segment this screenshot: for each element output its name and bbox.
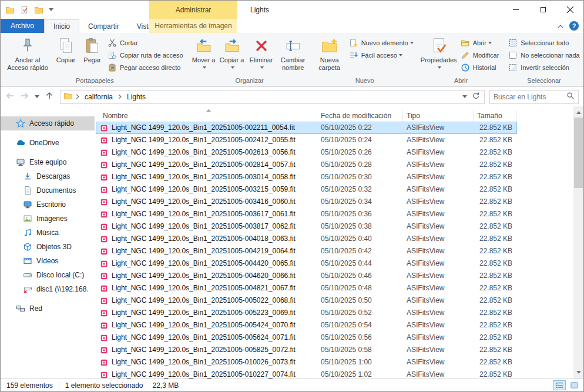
file-row[interactable]: Light_NGC 1499_120.0s_Bin1_20251005-0054…: [96, 319, 517, 331]
file-type: ASIFitsView: [403, 307, 474, 319]
sidebar-item-acceso-r-pido[interactable]: Acceso rápido: [1, 116, 95, 130]
file-row[interactable]: Light_NGC 1499_120.0s_Bin1_20251005-0050…: [96, 294, 517, 307]
new-folder-label: Nueva carpeta: [314, 56, 345, 72]
tab-inicio[interactable]: Inicio: [44, 19, 79, 33]
delete-button[interactable]: Eliminar: [247, 35, 276, 73]
sidebar-item-disco-local-c[interactable]: Disco local (C:): [1, 268, 95, 282]
sidebar-item-im-genes[interactable]: Imágenes: [1, 212, 95, 226]
sidebar-item-m-sica[interactable]: Música: [1, 226, 95, 240]
paste-button[interactable]: Pegar: [80, 35, 104, 65]
open-button[interactable]: Abrir: [458, 37, 502, 49]
sidebar-item-label: Descargas: [36, 172, 70, 180]
file-row[interactable]: Light_NGC 1499_120.0s_Bin1_20251005-0034…: [96, 196, 517, 208]
file-row[interactable]: Light_NGC 1499_120.0s_Bin1_20251005-0056…: [96, 331, 517, 344]
file-row[interactable]: Light_NGC 1499_120.0s_Bin1_20251005-0022…: [96, 122, 517, 134]
sidebar-item-este-equipo[interactable]: Este equipo: [1, 155, 95, 169]
new-item-button[interactable]: Nuevo elemento: [347, 37, 416, 49]
scissors-icon: [108, 38, 117, 48]
properties-button[interactable]: Propiedades: [421, 35, 457, 73]
file-row[interactable]: Light_NGC 1499_120.0s_Bin1_20251005-0024…: [96, 134, 517, 146]
pin-to-quick-access-button[interactable]: Anclar al Acceso rápido: [4, 35, 51, 73]
up-button[interactable]: [45, 91, 54, 102]
breadcrumb-item-california[interactable]: california: [82, 93, 115, 101]
edit-button[interactable]: Modificar: [458, 49, 502, 61]
file-size: 22.852 KB: [474, 208, 517, 220]
sidebar-item-documentos[interactable]: Documentos: [1, 183, 95, 197]
recent-locations-icon[interactable]: [35, 95, 39, 100]
maximize-button[interactable]: [529, 1, 556, 19]
details-view-button[interactable]: [553, 380, 566, 390]
qat-new-folder-icon[interactable]: [34, 5, 43, 15]
sidebar-item-descargas[interactable]: Descargas: [1, 169, 95, 183]
address-field[interactable]: california Lights: [60, 90, 485, 104]
window-folder-icon: [5, 5, 15, 15]
file-row[interactable]: Light_NGC 1499_120.0s_Bin1_20251005-0100…: [96, 356, 517, 368]
file-row[interactable]: Light_NGC 1499_120.0s_Bin1_20251005-0042…: [96, 245, 517, 257]
tab-compartir[interactable]: Compartir: [79, 19, 128, 33]
file-row[interactable]: Light_NGC 1499_120.0s_Bin1_20251005-0026…: [96, 146, 517, 159]
refresh-icon[interactable]: [472, 92, 480, 102]
select-none-button[interactable]: No seleccionar nada: [506, 49, 582, 61]
scroll-up-icon[interactable]: [573, 106, 583, 116]
file-row[interactable]: Light_NGC 1499_120.0s_Bin1_20251005-0038…: [96, 220, 517, 233]
help-icon[interactable]: ?: [569, 21, 579, 31]
close-button[interactable]: [556, 1, 583, 19]
sidebar-item-objetos-3d[interactable]: Objetos 3D: [1, 240, 95, 254]
file-row[interactable]: Light_NGC 1499_120.0s_Bin1_20251005-0102…: [96, 368, 517, 378]
qat-properties-icon[interactable]: [20, 5, 29, 14]
file-row[interactable]: Light_NGC 1499_120.0s_Bin1_20251005-0046…: [96, 270, 517, 282]
forward-button[interactable]: [20, 91, 29, 102]
file-row[interactable]: Light_NGC 1499_120.0s_Bin1_20251005-0032…: [96, 183, 517, 196]
file-row[interactable]: Light_NGC 1499_120.0s_Bin1_20251005-0052…: [96, 307, 517, 319]
customize-quick-access-icon[interactable]: [49, 8, 53, 14]
context-tab-administrar[interactable]: Administrar: [149, 1, 237, 19]
file-row[interactable]: Light_NGC 1499_120.0s_Bin1_20251005-0044…: [96, 257, 517, 270]
file-row[interactable]: Light_NGC 1499_120.0s_Bin1_20251005-0030…: [96, 171, 517, 183]
back-button[interactable]: [5, 91, 15, 102]
minimize-icon: [513, 9, 519, 10]
file-row[interactable]: Light_NGC 1499_120.0s_Bin1_20251005-0036…: [96, 208, 517, 220]
address-dropdown-icon[interactable]: [462, 95, 467, 100]
sidebar-item-onedrive[interactable]: OneDrive: [1, 136, 95, 150]
sidebar-item-escritorio[interactable]: Escritorio: [1, 197, 95, 212]
rename-button[interactable]: Cambiar nombre: [277, 35, 309, 73]
breadcrumb-item-lights[interactable]: Lights: [125, 93, 148, 101]
search-icon[interactable]: [566, 92, 575, 102]
column-header-name[interactable]: Nombre: [96, 110, 317, 122]
file-row[interactable]: Light_NGC 1499_120.0s_Bin1_20251005-0058…: [96, 344, 517, 356]
copy-to-button[interactable]: Copiar a: [219, 35, 246, 73]
vertical-scrollbar[interactable]: [573, 106, 583, 378]
sidebar-item-disc1-192-168[interactable]: disc1 (\\192.168.: [1, 282, 95, 296]
copy-button[interactable]: Copiar: [52, 35, 79, 65]
file-row[interactable]: Light_NGC 1499_120.0s_Bin1_20251005-0048…: [96, 282, 517, 294]
column-header-type[interactable]: Tipo: [403, 110, 474, 122]
cut-button[interactable]: Cortar: [105, 37, 186, 49]
search-input[interactable]: [494, 93, 566, 101]
easy-access-button[interactable]: Fácil acceso: [347, 49, 416, 61]
tab-herramientas-de-imagen[interactable]: Herramientas de imagen: [149, 19, 237, 33]
file-date: 05/10/2025 0:50: [317, 294, 403, 307]
sidebar-item-red[interactable]: Red: [1, 301, 95, 316]
file-row[interactable]: Light_NGC 1499_120.0s_Bin1_20251005-0040…: [96, 233, 517, 245]
column-header-size[interactable]: Tamaño: [474, 110, 517, 122]
column-header-date[interactable]: Fecha de modificación: [317, 110, 403, 122]
minimize-button[interactable]: [502, 1, 529, 19]
new-folder-button[interactable]: Nueva carpeta: [314, 35, 345, 73]
scrollbar-thumb[interactable]: [574, 118, 583, 188]
file-row[interactable]: Light_NGC 1499_120.0s_Bin1_20251005-0028…: [96, 159, 517, 171]
select-all-button[interactable]: Seleccionar todo: [506, 37, 582, 49]
file-date: 05/10/2025 0:44: [317, 257, 403, 270]
file-name: Light_NGC 1499_120.0s_Bin1_20251005-0038…: [112, 220, 296, 233]
paste-shortcut-button[interactable]: Pegar acceso directo: [105, 62, 186, 73]
tab-archivo[interactable]: Archivo: [1, 19, 44, 33]
history-button[interactable]: Historial: [458, 62, 502, 73]
invert-selection-button[interactable]: Invertir selección: [506, 62, 582, 73]
collapse-ribbon-icon[interactable]: [558, 22, 563, 30]
sidebar-item-v-deos[interactable]: Vídeos: [1, 254, 95, 268]
thumbnails-view-button[interactable]: [568, 380, 580, 390]
scroll-down-icon[interactable]: [573, 368, 583, 378]
copy-path-button[interactable]: Copiar ruta de acceso: [105, 49, 186, 61]
file-size: 22.852 KB: [474, 270, 517, 282]
address-bar: california Lights: [1, 87, 583, 106]
move-to-button[interactable]: Mover a: [190, 35, 217, 73]
